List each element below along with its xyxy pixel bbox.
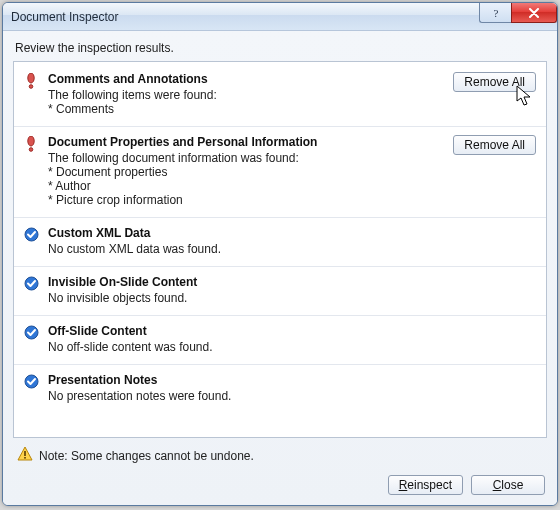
checkmark-icon: [24, 275, 40, 305]
section-list-item: * Picture crop information: [48, 193, 445, 207]
section-body: Custom XML DataNo custom XML data was fo…: [48, 226, 536, 256]
section-description: No invisible objects found.: [48, 291, 536, 305]
result-section: Comments and AnnotationsThe following it…: [14, 64, 546, 127]
section-title: Custom XML Data: [48, 226, 536, 240]
result-section: Custom XML DataNo custom XML data was fo…: [14, 218, 546, 267]
section-description: No off-slide content was found.: [48, 340, 536, 354]
checkmark-icon: [24, 324, 40, 354]
svg-point-3: [28, 136, 34, 146]
section-description: The following items were found:: [48, 88, 445, 102]
svg-point-2: [29, 85, 33, 89]
warning-icon: [17, 446, 33, 465]
close-window-button[interactable]: [511, 3, 557, 23]
section-action: Remove All: [453, 135, 536, 207]
footer-buttons: Reinspect Close: [13, 471, 547, 499]
close-icon: [528, 8, 540, 18]
section-description: The following document information was f…: [48, 151, 445, 165]
section-title: Presentation Notes: [48, 373, 536, 387]
close-button[interactable]: Close: [471, 475, 545, 495]
section-title: Off-Slide Content: [48, 324, 536, 338]
section-title: Invisible On-Slide Content: [48, 275, 536, 289]
dialog-body: Review the inspection results. Comments …: [3, 31, 557, 505]
svg-point-1: [28, 73, 34, 83]
result-section: Invisible On-Slide ContentNo invisible o…: [14, 267, 546, 316]
remove-all-button[interactable]: Remove All: [453, 135, 536, 155]
section-list-item: * Author: [48, 179, 445, 193]
window-controls: ?: [479, 3, 557, 30]
section-body: Off-Slide ContentNo off-slide content wa…: [48, 324, 536, 354]
section-title: Comments and Annotations: [48, 72, 445, 86]
result-section: Off-Slide ContentNo off-slide content wa…: [14, 316, 546, 365]
remove-all-button[interactable]: Remove All: [453, 72, 536, 92]
footer-note-text: Note: Some changes cannot be undone.: [39, 449, 254, 463]
svg-point-4: [29, 148, 33, 152]
result-section: Document Properties and Personal Informa…: [14, 127, 546, 218]
window-title: Document Inspector: [11, 10, 479, 24]
checkmark-icon: [24, 226, 40, 256]
section-description: No custom XML data was found.: [48, 242, 536, 256]
alert-icon: [24, 135, 40, 207]
titlebar: Document Inspector ?: [3, 3, 557, 31]
svg-rect-9: [24, 451, 26, 456]
section-body: Presentation NotesNo presentation notes …: [48, 373, 536, 403]
result-section: Presentation NotesNo presentation notes …: [14, 365, 546, 413]
checkmark-icon: [24, 373, 40, 403]
section-list-item: * Document properties: [48, 165, 445, 179]
results-panel: Comments and AnnotationsThe following it…: [13, 61, 547, 438]
reinspect-button[interactable]: Reinspect: [388, 475, 463, 495]
help-icon: ?: [491, 7, 501, 19]
help-button[interactable]: ?: [479, 3, 511, 23]
section-title: Document Properties and Personal Informa…: [48, 135, 445, 149]
section-description: No presentation notes were found.: [48, 389, 536, 403]
dialog-window: Document Inspector ? Review the inspecti…: [2, 2, 558, 506]
svg-text:?: ?: [493, 7, 498, 19]
alert-icon: [24, 72, 40, 116]
footer-note: Note: Some changes cannot be undone.: [13, 438, 547, 471]
instruction-text: Review the inspection results.: [15, 41, 547, 55]
section-body: Document Properties and Personal Informa…: [48, 135, 445, 207]
section-list-item: * Comments: [48, 102, 445, 116]
section-body: Comments and AnnotationsThe following it…: [48, 72, 445, 116]
svg-rect-10: [24, 457, 26, 459]
section-body: Invisible On-Slide ContentNo invisible o…: [48, 275, 536, 305]
section-action: Remove All: [453, 72, 536, 116]
